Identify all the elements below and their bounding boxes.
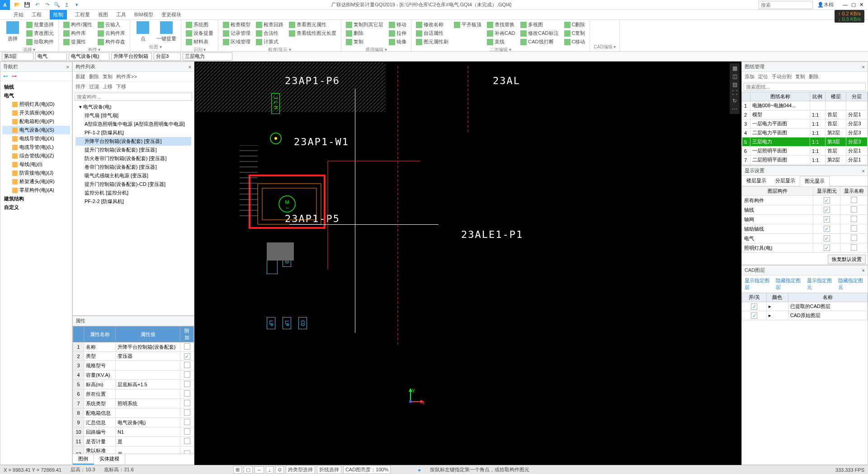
nav-item[interactable]: 电气设备(电)(S): [2, 126, 70, 134]
user-icon[interactable]: 👤: [817, 2, 824, 8]
save-icon[interactable]: 💾: [24, 1, 31, 9]
menu-tab[interactable]: 工程: [32, 11, 42, 18]
cube-icon[interactable]: ◫: [731, 73, 739, 80]
toolbar-button[interactable]: 上移: [103, 83, 113, 90]
open-icon[interactable]: 📂: [14, 1, 21, 9]
drawing-row[interactable]: 8三层照明平面图1:1第3层分层1: [742, 165, 868, 166]
more-icon[interactable]: ⋯: [731, 106, 739, 112]
component-item[interactable]: 卷帘门控制箱(设备配套) [变压器]: [75, 163, 191, 171]
ribbon-button[interactable]: 云构件库: [97, 29, 126, 37]
drawing-row[interactable]: 2模型1:1首层分层1: [742, 110, 868, 119]
zoom-fit-icon[interactable]: ⛶: [731, 90, 739, 96]
menu-tab[interactable]: BIM模型: [134, 11, 153, 18]
component-item[interactable]: A型应急照明集中电源 [A型应急照明集中电源]: [75, 120, 191, 128]
menu-tab[interactable]: 视图: [98, 11, 108, 18]
component-item[interactable]: 提升门控制箱(设备配套)-CD [变压器]: [75, 180, 191, 189]
component-item[interactable]: PF-1-2 [防爆风机]: [75, 128, 191, 137]
dropdown-icon[interactable]: ▾: [73, 1, 80, 9]
layer-icon[interactable]: ▤: [731, 81, 739, 88]
search-icon[interactable]: 🔍: [53, 1, 61, 9]
status-tool-icon[interactable]: ↔: [255, 466, 264, 474]
menu-tab[interactable]: 变更模块: [161, 11, 181, 18]
status-tool-icon[interactable]: ⟂: [266, 466, 274, 474]
ribbon-button[interactable]: 直线: [486, 38, 516, 46]
ribbon-button[interactable]: 记录管理: [222, 29, 251, 37]
undo-icon[interactable]: ↶: [33, 1, 41, 9]
ribbon-button[interactable]: 多视图: [519, 21, 559, 28]
toolbar-button[interactable]: 删除: [89, 73, 99, 80]
status-tool-icon[interactable]: ⊙: [275, 466, 284, 474]
expand-icon[interactable]: ⊷: [3, 73, 8, 79]
ribbon-button[interactable]: 补画CAD: [486, 29, 516, 37]
ribbon-button[interactable]: 自适属性: [415, 29, 449, 37]
major-select[interactable]: [35, 52, 67, 61]
component-item[interactable]: PF-2-2 [防爆风机]: [75, 197, 191, 206]
drawing-row[interactable]: 7二层照明平面图1:1第2层分层1: [742, 156, 868, 165]
ribbon-button[interactable]: C复制: [563, 29, 586, 37]
ribbon-button[interactable]: 提属性: [62, 38, 93, 46]
ribbon-button[interactable]: 批量选择: [25, 21, 55, 28]
toolbar-button[interactable]: 新建: [75, 73, 85, 80]
ribbon-button[interactable]: 查看线性图元长度: [288, 29, 337, 37]
close-icon[interactable]: ×: [862, 268, 865, 273]
toolbar-button[interactable]: 过滤: [89, 83, 99, 90]
menu-tab[interactable]: 工程量: [75, 11, 90, 18]
toolbar-button[interactable]: 构件库>>: [116, 73, 137, 80]
component-item[interactable]: 排气扇 [排气扇]: [75, 111, 191, 120]
component-item[interactable]: 升降平台控制箱(设备配套) [变压器]: [75, 137, 191, 146]
nav-group[interactable]: 电气: [2, 91, 70, 100]
drawing-row[interactable]: 5三层电力1:1第3层分层3: [742, 137, 868, 147]
display-tab[interactable]: 分层显示: [771, 176, 800, 186]
drawing-search-input[interactable]: [744, 83, 866, 91]
ribbon-button[interactable]: 点: [134, 21, 152, 43]
ribbon-button[interactable]: 构件存盘: [97, 38, 126, 46]
global-search-input[interactable]: [759, 1, 813, 9]
tab-physical-model[interactable]: 实体建模: [94, 454, 125, 465]
maximize-icon[interactable]: ▢: [851, 2, 856, 8]
menu-tab[interactable]: 绘制: [50, 10, 67, 19]
toolbar-button[interactable]: 复制: [103, 73, 113, 80]
ribbon-button[interactable]: C删除: [563, 21, 586, 28]
ribbon-button[interactable]: 区域管理: [222, 38, 251, 46]
ribbon-button[interactable]: 云输入: [97, 21, 126, 28]
component-item[interactable]: 吸气式感烟主机电源 [变压器]: [75, 171, 191, 180]
menu-tab[interactable]: 开始: [14, 11, 24, 18]
component-search-input[interactable]: [75, 93, 192, 101]
rotate-icon[interactable]: ↻: [731, 98, 739, 104]
nav-item[interactable]: 桥架通头(电)(R): [2, 177, 70, 186]
toolbar-button[interactable]: 下移: [116, 83, 126, 90]
layer-select[interactable]: [154, 52, 181, 61]
ribbon-button[interactable]: 合法性: [255, 29, 284, 37]
display-tab[interactable]: 图元显示: [800, 176, 830, 186]
minimize-icon[interactable]: —: [843, 2, 848, 8]
sum-icon[interactable]: Σ: [63, 1, 71, 9]
ribbon-button[interactable]: 镜像: [388, 38, 407, 46]
ribbon-button[interactable]: 构件库: [62, 29, 93, 37]
nav-item[interactable]: 电线导管(电)(X): [2, 134, 70, 143]
nav-item[interactable]: 零星构件(电)(A): [2, 186, 70, 194]
ribbon-button[interactable]: 设备提量: [185, 29, 214, 37]
nav-item[interactable]: 综合管线(电)(Z): [2, 152, 70, 160]
nav-group[interactable]: 轴线: [2, 83, 70, 91]
comp-type-select[interactable]: [69, 52, 109, 61]
nav-item[interactable]: 电缆导管(电)(L): [2, 143, 70, 152]
user-name[interactable]: 木棉: [824, 1, 834, 8]
component-item[interactable]: 监控分机 [监控分机]: [75, 189, 191, 197]
ribbon-button[interactable]: 材料表: [185, 38, 214, 46]
menu-tab[interactable]: 工具: [116, 11, 126, 18]
view-icon[interactable]: ▦: [731, 65, 739, 71]
ribbon-button[interactable]: 构件/属性: [62, 21, 93, 28]
ribbon-button[interactable]: 平齐板顶: [453, 21, 482, 28]
nav-group[interactable]: 自定义: [2, 203, 70, 212]
nav-item[interactable]: 开关插座(电)(K): [2, 109, 70, 117]
ribbon-button[interactable]: 删除: [345, 29, 384, 37]
drawing-canvas[interactable]: 23AP1-P6 23AP1-W1 23AP1-P5 23ALE1-P1 23A…: [194, 62, 741, 465]
nav-item[interactable]: 照明灯具(电)(D): [2, 100, 70, 109]
floor-select[interactable]: [2, 52, 33, 61]
status-tool-icon[interactable]: ⊞: [233, 466, 242, 474]
component-item[interactable]: 提升门控制箱(设备配套) [变压器]: [75, 146, 191, 154]
sheet-select[interactable]: [183, 52, 232, 61]
ribbon-button[interactable]: 移动: [388, 21, 407, 28]
ribbon-button[interactable]: 查看图元属性: [288, 21, 337, 28]
ribbon-button[interactable]: 复制: [345, 38, 384, 46]
